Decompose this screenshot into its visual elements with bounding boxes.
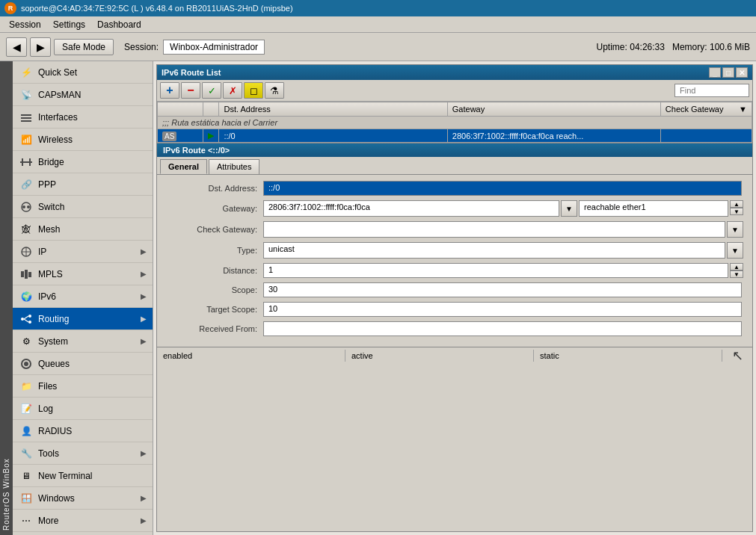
check-gateway-dropdown-icon[interactable]: ▼ xyxy=(739,105,747,114)
sidebar-item-ppp[interactable]: 🔗 PPP xyxy=(13,173,153,196)
minimize-button[interactable]: _ xyxy=(709,67,721,78)
sidebar-item-log[interactable]: 📝 Log xyxy=(13,398,153,420)
target-scope-value[interactable]: 10 xyxy=(263,302,742,317)
uptime-display: Uptime: 04:26:33 Memory: 100.6 MiB xyxy=(597,42,750,52)
sidebar-item-wireless[interactable]: 📶 Wireless xyxy=(13,129,153,151)
back-button[interactable]: ◀ xyxy=(6,37,27,57)
sidebar-item-interfaces[interactable]: Interfaces xyxy=(13,106,153,129)
gateway-label: Gateway: xyxy=(166,204,263,213)
close-button[interactable]: ✕ xyxy=(736,67,748,78)
gateway-spin-up[interactable]: ▲ xyxy=(730,200,743,208)
window-title-bar: IPv6 Route List _ □ ✕ xyxy=(157,65,752,80)
more-icon: ⋯ xyxy=(19,513,34,528)
scope-value[interactable]: 30 xyxy=(263,282,742,297)
winbox-label: RouterOS WinBox xyxy=(0,61,13,535)
sidebar-label-more: More xyxy=(38,516,136,526)
sidebar-label-switch: Switch xyxy=(38,202,147,212)
menu-settings[interactable]: Settings xyxy=(47,18,91,31)
type-label: Type: xyxy=(166,246,263,255)
more-arrow: ▶ xyxy=(141,516,147,525)
received-from-value[interactable] xyxy=(263,321,742,336)
sidebar-item-ip[interactable]: IP ▶ xyxy=(13,241,153,263)
sidebar-item-more[interactable]: ⋯ More ▶ xyxy=(13,510,153,532)
sidebar-item-ipv6[interactable]: 🌍 IPv6 ▶ xyxy=(13,285,153,308)
add-button[interactable]: + xyxy=(160,82,179,99)
title-bar: R soporte@C4:AD:34:7E:92:5C (L ) v6.48.4… xyxy=(0,0,756,16)
dst-address-value[interactable]: ::/0 xyxy=(263,181,742,196)
wireless-icon: 📶 xyxy=(19,132,34,147)
main-area: RouterOS WinBox ⚡ Quick Set 📡 CAPsMAN In… xyxy=(0,61,756,535)
received-from-label: Received From: xyxy=(166,324,263,333)
gateway-spin-down[interactable]: ▼ xyxy=(730,208,743,215)
sidebar-item-files[interactable]: 📁 Files xyxy=(13,375,153,398)
check-gateway-dropdown-btn[interactable]: ▼ xyxy=(727,221,743,238)
windows-arrow: ▶ xyxy=(141,494,147,502)
status-active: active xyxy=(345,350,534,362)
table-row[interactable]: AS ▶ ::/0 2806:3f7:1002::ffff:f0ca:f0ca … xyxy=(158,129,752,143)
sidebar-item-routing[interactable]: Routing ▶ xyxy=(13,308,153,330)
gateway-dropdown-btn[interactable]: ▼ xyxy=(561,200,577,217)
type-value[interactable]: unicast xyxy=(263,242,725,259)
menu-session[interactable]: Session xyxy=(3,18,47,31)
menu-dashboard[interactable]: Dashboard xyxy=(91,18,147,31)
type-dropdown-btn[interactable]: ▼ xyxy=(727,242,743,259)
distance-spin-down[interactable]: ▼ xyxy=(730,270,743,278)
col-header-play xyxy=(203,102,219,117)
tools-icon: 🔧 xyxy=(19,446,34,461)
field-gateway: Gateway: 2806:3f7:1002::ffff:f0ca:f0ca ▼… xyxy=(166,200,743,217)
svg-line-19 xyxy=(24,319,28,322)
tab-attributes[interactable]: Attributes xyxy=(209,159,259,174)
disable-button[interactable]: ✗ xyxy=(223,82,242,99)
sidebar-item-tools[interactable]: 🔧 Tools ▶ xyxy=(13,442,153,465)
sidebar-item-windows[interactable]: 🪟 Windows ▶ xyxy=(13,487,153,510)
sidebar-item-queues[interactable]: Queues xyxy=(13,353,153,375)
detail-header: IPv6 Route <::/0> xyxy=(157,143,752,157)
target-scope-label: Target Scope: xyxy=(166,305,263,314)
sidebar-item-switch[interactable]: Switch xyxy=(13,196,153,218)
reset-button[interactable]: ◻ xyxy=(244,82,263,99)
gateway-spinbox: ▲ ▼ xyxy=(730,200,743,217)
svg-rect-13 xyxy=(25,270,28,279)
enable-button[interactable]: ✓ xyxy=(202,82,221,99)
sidebar-item-new-terminal[interactable]: 🖥 New Terminal xyxy=(13,465,153,487)
uptime-value: 04:26:33 xyxy=(630,42,665,52)
sidebar-item-bridge[interactable]: Bridge xyxy=(13,151,153,173)
sidebar-label-wireless: Wireless xyxy=(38,134,147,145)
sidebar-item-capsman[interactable]: 📡 CAPsMAN xyxy=(13,84,153,106)
svg-rect-5 xyxy=(29,158,31,166)
distance-spin-up[interactable]: ▲ xyxy=(730,263,743,270)
capsman-icon: 📡 xyxy=(19,87,34,102)
window-title-text: IPv6 Route List xyxy=(162,68,221,77)
forward-button[interactable]: ▶ xyxy=(30,37,51,57)
sidebar-item-quick-set[interactable]: ⚡ Quick Set xyxy=(13,61,153,84)
filter-button[interactable]: ⚗ xyxy=(265,82,284,99)
sidebar-label-mpls: MPLS xyxy=(38,269,136,279)
field-target-scope: Target Scope: 10 xyxy=(166,302,743,317)
sidebar-wrapper: RouterOS WinBox ⚡ Quick Set 📡 CAPsMAN In… xyxy=(0,61,153,535)
distance-value[interactable]: 1 xyxy=(263,263,728,278)
gateway-value[interactable]: 2806:3f7:1002::ffff:f0ca:f0ca xyxy=(263,200,559,217)
sidebar-item-radius[interactable]: 👤 RADIUS xyxy=(13,420,153,442)
find-input[interactable] xyxy=(674,84,749,97)
row-play: ▶ xyxy=(203,129,219,143)
maximize-button[interactable]: □ xyxy=(722,67,734,78)
check-gateway-value[interactable] xyxy=(263,221,725,238)
sidebar-label-new-terminal: New Terminal xyxy=(38,471,147,481)
content-area: IPv6 Route List _ □ ✕ + − ✓ ✗ ◻ ⚗ xyxy=(153,61,756,535)
bridge-icon xyxy=(19,155,34,170)
ipv6-route-window: IPv6 Route List _ □ ✕ + − ✓ ✗ ◻ ⚗ xyxy=(156,64,753,532)
sidebar-item-system[interactable]: ⚙ System ▶ xyxy=(13,330,153,353)
row-dst: ::/0 xyxy=(219,129,447,143)
mpls-arrow: ▶ xyxy=(141,270,147,278)
safe-mode-button[interactable]: Safe Mode xyxy=(54,39,114,55)
sidebar-item-mesh[interactable]: 🕸 Mesh xyxy=(13,218,153,241)
svg-point-17 xyxy=(28,321,31,324)
remove-button[interactable]: − xyxy=(181,82,200,99)
status-enabled: enabled xyxy=(157,350,345,362)
sidebar-item-mpls[interactable]: MPLS ▶ xyxy=(13,263,153,285)
svg-rect-0 xyxy=(21,114,31,116)
row-check-gateway xyxy=(660,129,752,143)
tab-general[interactable]: General xyxy=(160,159,207,174)
sidebar-label-radius: RADIUS xyxy=(38,426,147,436)
gateway-reachable[interactable]: reachable ether1 xyxy=(579,200,728,217)
